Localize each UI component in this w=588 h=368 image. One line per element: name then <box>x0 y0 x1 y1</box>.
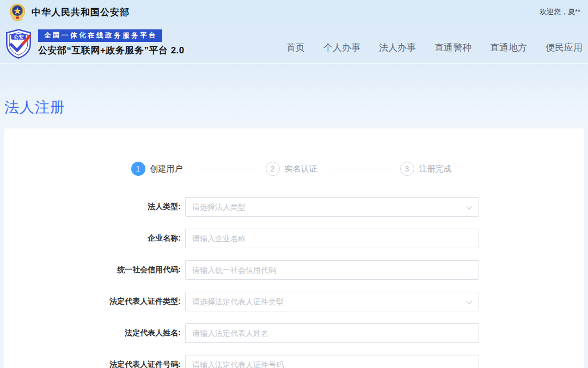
national-platform-badge: 全国一体化在线政务服务平台 <box>38 29 162 42</box>
main-content: 1 创建用户 2 实名认证 3 注册完成 法人类型: 企业名称: <box>0 128 588 368</box>
hero-section: 法人注册 <box>0 63 588 128</box>
legal-rep-id-type-label: 法定代表人证件类型: <box>4 297 181 306</box>
welcome-text: 欢迎您，夏** <box>540 7 580 17</box>
form-row: 法定代表人证件号码: <box>4 355 584 368</box>
legal-rep-name-label: 法定代表人姓名: <box>4 328 181 338</box>
unified-social-credit-code-input[interactable] <box>185 260 479 280</box>
step-1-circle: 1 <box>131 162 145 176</box>
step-2-circle: 2 <box>266 162 280 176</box>
platform-logo-icon: 公安 <box>4 28 33 59</box>
main-nav: 首页 个人办事 法人办事 直通警种 直通地方 便民应用 <box>286 41 583 54</box>
form-row: 法定代表人证件类型: <box>4 292 584 311</box>
form-row: 法人类型: <box>4 197 584 217</box>
registration-panel: 1 创建用户 2 实名认证 3 注册完成 法人类型: 企业名称: <box>4 128 584 368</box>
step-1-label: 创建用户 <box>150 164 183 174</box>
nav-item-police-categories[interactable]: 直通警种 <box>434 41 471 54</box>
nav-item-personal-services[interactable]: 个人办事 <box>323 41 360 54</box>
unified-social-credit-code-label: 统一社会信用代码: <box>4 265 181 275</box>
legal-rep-id-number-label: 法定代表人证件号码: <box>4 360 181 368</box>
topbar: 中华人民共和国公安部 欢迎您，夏** <box>0 0 588 24</box>
form-row: 统一社会信用代码: <box>4 260 584 280</box>
registration-stepper: 1 创建用户 2 实名认证 3 注册完成 <box>4 162 584 176</box>
step-connector <box>195 169 259 169</box>
nav-item-local-services[interactable]: 直通地方 <box>490 41 527 54</box>
legal-person-type-label: 法人类型: <box>4 202 181 212</box>
step-3-circle: 3 <box>400 162 414 176</box>
step-connector <box>329 169 394 169</box>
enterprise-name-label: 企业名称: <box>4 234 181 243</box>
enterprise-name-input[interactable] <box>185 229 479 248</box>
step-3-label: 注册完成 <box>419 164 452 174</box>
ministry-emblem-icon <box>9 3 26 21</box>
legal-rep-id-type-select[interactable] <box>185 292 479 311</box>
legal-rep-name-input[interactable] <box>185 323 479 343</box>
ministry-title: 中华人民共和国公安部 <box>32 6 130 19</box>
legal-rep-id-number-input[interactable] <box>185 355 479 368</box>
legal-person-type-select[interactable] <box>185 197 479 217</box>
form-row: 法定代表人姓名: <box>4 323 584 343</box>
registration-form: 法人类型: 企业名称: 统一社会信用代码: 法定代表人证件类型: <box>4 197 584 368</box>
form-row: 企业名称: <box>4 229 584 248</box>
site-header: 公安 全国一体化在线政务服务平台 公安部“互联网+政务服务”平台 2.0 首页 … <box>0 24 588 63</box>
svg-text:公安: 公安 <box>13 34 24 40</box>
step-2-label: 实名认证 <box>285 164 317 174</box>
platform-title: 公安部“互联网+政务服务”平台 2.0 <box>38 44 185 57</box>
page-title: 法人注册 <box>4 97 588 117</box>
nav-item-convenience-apps[interactable]: 便民应用 <box>546 41 583 54</box>
nav-item-legal-person-services[interactable]: 法人办事 <box>379 41 416 54</box>
nav-item-home[interactable]: 首页 <box>286 41 305 54</box>
